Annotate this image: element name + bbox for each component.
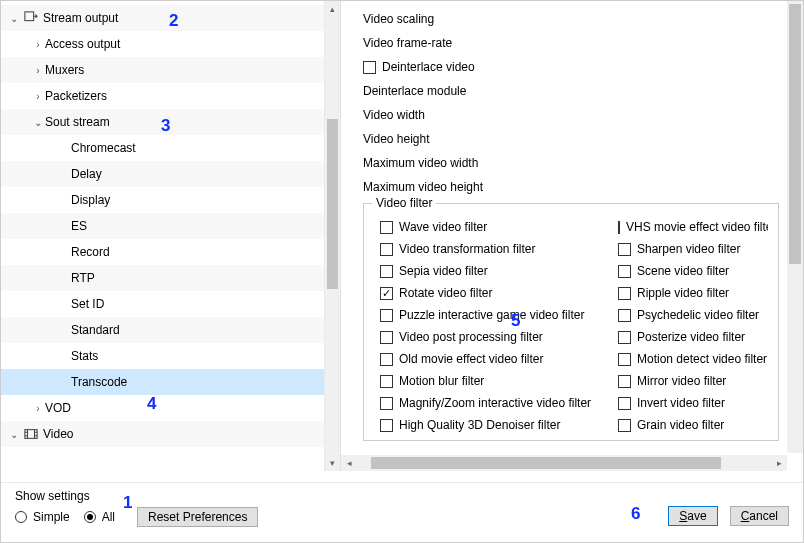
tree-item-rtp[interactable]: RTP: [1, 265, 324, 291]
video-filter-group: Video filter Wave video filterVideo tran…: [363, 203, 779, 441]
option-label: Deinterlace module: [363, 84, 466, 98]
filter-option[interactable]: Old movie effect video filter: [380, 348, 618, 370]
expander-icon[interactable]: ›: [31, 65, 45, 76]
tree-item-packetizers[interactable]: › Packetizers: [1, 83, 324, 109]
tree-item-muxers[interactable]: › Muxers: [1, 57, 324, 83]
tree-item-transcode[interactable]: Transcode: [1, 369, 324, 395]
tree-label: Delay: [71, 167, 102, 181]
tree-item-stats[interactable]: Stats: [1, 343, 324, 369]
tree-item-set-id[interactable]: Set ID: [1, 291, 324, 317]
checkbox[interactable]: [380, 265, 393, 278]
scroll-up-icon[interactable]: ▴: [325, 1, 340, 17]
checkbox[interactable]: [380, 353, 393, 366]
scroll-right-icon[interactable]: ▸: [771, 455, 787, 471]
checkbox[interactable]: [618, 221, 620, 234]
checkbox[interactable]: [380, 221, 393, 234]
expander-icon[interactable]: ›: [31, 39, 45, 50]
checkbox[interactable]: [618, 309, 631, 322]
filter-option[interactable]: Scene video filter: [618, 260, 768, 282]
checkbox[interactable]: [363, 61, 376, 74]
tree-label: Access output: [45, 37, 120, 51]
expander-icon[interactable]: ⌄: [7, 13, 21, 24]
scroll-thumb[interactable]: [789, 4, 801, 264]
checkbox[interactable]: [380, 397, 393, 410]
tree-item-es[interactable]: ES: [1, 213, 324, 239]
checkbox[interactable]: [618, 331, 631, 344]
checkbox[interactable]: [618, 397, 631, 410]
tree-item-record[interactable]: Record: [1, 239, 324, 265]
save-button[interactable]: Save: [668, 506, 717, 526]
filter-option[interactable]: Sepia video filter: [380, 260, 618, 282]
filter-option[interactable]: Grain video filter: [618, 414, 768, 436]
checkbox[interactable]: [618, 375, 631, 388]
tree-label: ES: [71, 219, 87, 233]
tree-item-delay[interactable]: Delay: [1, 161, 324, 187]
expander-icon[interactable]: ›: [31, 91, 45, 102]
checkbox[interactable]: [380, 309, 393, 322]
radio-label: All: [102, 510, 115, 524]
checkbox[interactable]: [380, 243, 393, 256]
cancel-button[interactable]: Cancel: [730, 506, 789, 526]
checkbox[interactable]: [380, 375, 393, 388]
reset-preferences-button[interactable]: Reset Preferences: [137, 507, 258, 527]
filter-option[interactable]: Video transformation filter: [380, 238, 618, 260]
checkbox[interactable]: [618, 287, 631, 300]
filter-option[interactable]: Rotate video filter: [380, 282, 618, 304]
tree-item-display[interactable]: Display: [1, 187, 324, 213]
option-deinterlace-video[interactable]: Deinterlace video: [363, 55, 803, 79]
filter-option[interactable]: Sharpen video filter: [618, 238, 768, 260]
filter-option[interactable]: Motion blur filter: [380, 370, 618, 392]
filter-option[interactable]: Posterize video filter: [618, 326, 768, 348]
tree-scrollbar[interactable]: ▴ ▾: [324, 1, 340, 471]
tree-item-access-output[interactable]: › Access output: [1, 31, 324, 57]
svg-rect-1: [25, 430, 37, 439]
filter-option[interactable]: Wave video filter: [380, 216, 618, 238]
filter-label: Ripple video filter: [637, 286, 729, 300]
filter-option[interactable]: Mirror video filter: [618, 370, 768, 392]
checkbox[interactable]: [380, 331, 393, 344]
settings-scrollbar-h[interactable]: ◂ ▸: [341, 455, 787, 471]
checkbox[interactable]: [618, 419, 631, 432]
filter-option[interactable]: Invert video filter: [618, 392, 768, 414]
filter-option[interactable]: Psychedelic video filter: [618, 304, 768, 326]
radio-label: Simple: [33, 510, 70, 524]
checkbox[interactable]: [618, 265, 631, 278]
option-video-width: Video width: [363, 103, 803, 127]
tree-item-vod[interactable]: › VOD: [1, 395, 324, 421]
filter-option[interactable]: High Quality 3D Denoiser filter: [380, 414, 618, 436]
checkbox[interactable]: [380, 419, 393, 432]
tree-label: Standard: [71, 323, 120, 337]
option-max-video-width: Maximum video width: [363, 151, 803, 175]
tree-label: Record: [71, 245, 110, 259]
expander-icon[interactable]: ⌄: [31, 117, 45, 128]
checkbox[interactable]: [618, 353, 631, 366]
filter-label: High Quality 3D Denoiser filter: [399, 418, 560, 432]
radio-all[interactable]: [84, 511, 96, 523]
expander-icon[interactable]: ›: [31, 403, 45, 414]
tree-item-sout-stream[interactable]: ⌄ Sout stream: [1, 109, 324, 135]
filter-label: Video transformation filter: [399, 242, 536, 256]
scroll-left-icon[interactable]: ◂: [341, 455, 357, 471]
filter-label: Puzzle interactive game video filter: [399, 308, 584, 322]
tree-item-standard[interactable]: Standard: [1, 317, 324, 343]
filter-option[interactable]: Puzzle interactive game video filter: [380, 304, 618, 326]
filter-option[interactable]: Ripple video filter: [618, 282, 768, 304]
filter-label: Grain video filter: [637, 418, 724, 432]
checkbox[interactable]: [618, 243, 631, 256]
scroll-thumb[interactable]: [327, 119, 338, 289]
scroll-down-icon[interactable]: ▾: [325, 455, 340, 471]
tree-item-chromecast[interactable]: Chromecast: [1, 135, 324, 161]
filter-option[interactable]: VHS movie effect video filter: [618, 216, 768, 238]
filter-option[interactable]: Motion detect video filter: [618, 348, 768, 370]
filter-option[interactable]: Video post processing filter: [380, 326, 618, 348]
expander-icon[interactable]: ⌄: [7, 429, 21, 440]
filter-option[interactable]: Magnify/Zoom interactive video filter: [380, 392, 618, 414]
tree-item-stream-output[interactable]: ⌄ Stream output: [1, 5, 324, 31]
radio-simple[interactable]: [15, 511, 27, 523]
tree-item-video[interactable]: ⌄ Video: [1, 421, 324, 447]
scroll-thumb[interactable]: [371, 457, 721, 469]
settings-scrollbar-v[interactable]: [787, 1, 803, 453]
checkbox[interactable]: [380, 287, 393, 300]
filter-label: Wave video filter: [399, 220, 487, 234]
tree-label: Transcode: [71, 375, 127, 389]
